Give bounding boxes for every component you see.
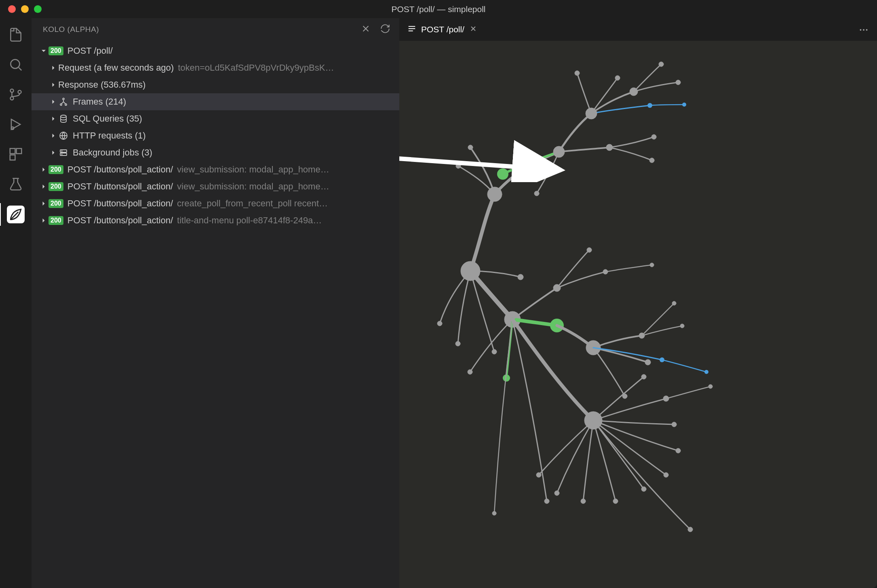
trace-row[interactable]: 200 POST /buttons/poll_action/ create_po… (32, 195, 399, 212)
tree-item-sql[interactable]: SQL Queries (35) (32, 110, 399, 127)
svg-point-11 (61, 115, 66, 118)
files-icon (8, 27, 23, 42)
call-graph (399, 41, 876, 588)
tree-item-background[interactable]: Background jobs (3) (32, 144, 399, 161)
editor-tab-bar: POST /poll/ (399, 18, 877, 41)
svg-point-21 (497, 168, 508, 180)
chevron-right-icon (39, 165, 48, 174)
preview-icon (407, 24, 416, 35)
svg-point-8 (63, 98, 64, 100)
trace-row[interactable]: 200 POST /buttons/poll_action/ view_subm… (32, 161, 399, 178)
svg-point-34 (659, 62, 664, 67)
svg-point-28 (606, 144, 613, 151)
svg-point-36 (649, 158, 654, 163)
svg-point-51 (553, 284, 561, 292)
svg-rect-14 (60, 153, 67, 155)
svg-point-63 (581, 499, 586, 504)
branch-icon (8, 87, 23, 102)
trace-row[interactable]: 200 POST /buttons/poll_action/ title-and… (32, 212, 399, 229)
tree-item-http[interactable]: HTTP requests (1) (32, 127, 399, 144)
svg-point-54 (650, 263, 654, 267)
close-icon (469, 25, 477, 33)
status-badge: 200 (48, 182, 63, 191)
chevron-right-icon (48, 97, 58, 107)
chevron-right-icon (48, 114, 58, 124)
chevron-right-icon (39, 216, 48, 225)
search-activity[interactable] (7, 56, 24, 73)
server-icon (58, 147, 69, 158)
svg-point-65 (641, 487, 646, 491)
source-control-activity[interactable] (7, 86, 24, 103)
explorer-activity[interactable] (7, 26, 24, 43)
svg-point-17 (860, 29, 861, 31)
kolo-activity[interactable] (7, 206, 25, 223)
trace-root-row[interactable]: 200 POST /poll/ (32, 42, 399, 59)
status-badge: 200 (48, 199, 63, 208)
frames-visualization[interactable] (399, 41, 877, 588)
hierarchy-icon (58, 97, 69, 107)
svg-point-15 (61, 151, 62, 151)
svg-point-40 (455, 341, 460, 346)
svg-point-18 (863, 29, 864, 31)
sidebar-panel: KOLO (ALPHA) 200 POST / (32, 18, 399, 588)
svg-point-70 (641, 374, 646, 379)
svg-point-62 (554, 491, 559, 496)
svg-point-24 (487, 187, 502, 202)
tree-item-response[interactable]: Response (536.67ms) (32, 76, 399, 93)
run-debug-activity[interactable] (7, 116, 24, 133)
svg-point-60 (708, 384, 713, 388)
svg-point-27 (630, 88, 638, 96)
status-badge: 200 (48, 46, 63, 55)
svg-point-16 (61, 154, 62, 154)
tree-item-frames[interactable]: Frames (214) (32, 93, 399, 110)
chevron-right-icon (48, 63, 58, 73)
extensions-activity[interactable] (7, 146, 24, 163)
svg-point-56 (672, 301, 676, 305)
svg-point-33 (676, 80, 681, 85)
svg-point-71 (544, 499, 549, 504)
svg-point-55 (680, 324, 684, 328)
svg-rect-13 (60, 150, 67, 152)
testing-activity[interactable] (7, 176, 24, 193)
trace-row[interactable]: 200 POST /buttons/poll_action/ view_subm… (32, 178, 399, 195)
minimize-window-button[interactable] (21, 5, 29, 13)
window-controls (8, 5, 42, 13)
trace-root-label: POST /poll/ (67, 46, 113, 56)
svg-point-37 (534, 191, 539, 196)
chevron-down-icon (39, 46, 48, 56)
svg-point-25 (553, 146, 565, 158)
status-badge: 200 (48, 165, 63, 174)
svg-point-23 (682, 103, 686, 107)
chevron-right-icon (39, 182, 48, 191)
close-icon (360, 23, 371, 34)
ellipsis-icon (858, 25, 869, 35)
svg-point-42 (518, 274, 523, 280)
editor-area: POST /poll/ (399, 18, 877, 588)
chevron-right-icon (48, 131, 58, 141)
svg-point-9 (60, 104, 62, 105)
svg-point-53 (587, 248, 592, 252)
svg-point-41 (492, 349, 497, 354)
trace-tree: 200 POST /poll/ Request (a few seconds a… (32, 41, 399, 588)
refresh-button[interactable] (380, 23, 390, 36)
tree-item-request[interactable]: Request (a few seconds ago) token=oLd5Ka… (32, 59, 399, 76)
editor-more-button[interactable] (858, 25, 869, 37)
svg-point-47 (645, 359, 651, 365)
svg-point-19 (866, 29, 868, 31)
editor-tab[interactable]: POST /poll/ (399, 18, 485, 41)
close-window-button[interactable] (8, 5, 16, 13)
svg-point-72 (492, 511, 496, 515)
svg-point-26 (586, 108, 597, 119)
svg-point-10 (65, 104, 67, 105)
svg-point-31 (615, 76, 620, 80)
extensions-icon (8, 147, 23, 162)
chevron-right-icon (39, 199, 48, 208)
title-bar: POST /poll/ — simplepoll (0, 0, 877, 18)
feather-icon (8, 207, 23, 222)
maximize-window-button[interactable] (34, 5, 42, 13)
clear-button[interactable] (360, 23, 371, 36)
window-title: POST /poll/ — simplepoll (391, 4, 485, 14)
svg-rect-5 (10, 149, 15, 154)
svg-point-35 (651, 134, 656, 139)
tab-close-button[interactable] (469, 25, 477, 35)
